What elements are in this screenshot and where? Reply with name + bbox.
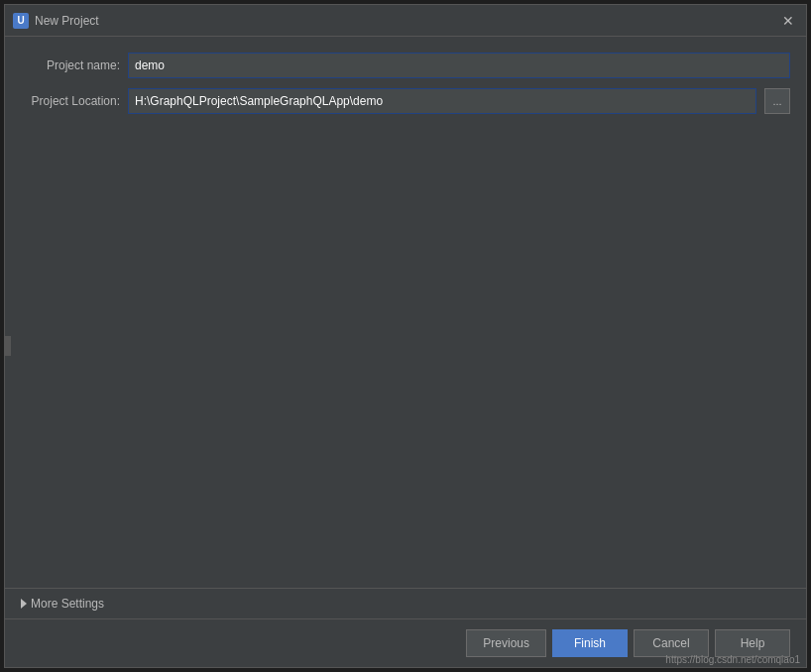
finish-button[interactable]: Finish xyxy=(552,629,628,657)
footer: Previous Finish Cancel Help https://blog… xyxy=(5,618,806,667)
close-button[interactable]: ✕ xyxy=(778,11,798,31)
project-name-label: Project name: xyxy=(21,58,120,72)
more-settings-toggle[interactable]: More Settings xyxy=(21,597,104,611)
main-area xyxy=(21,124,790,572)
previous-button[interactable]: Previous xyxy=(466,629,546,657)
new-project-dialog: U New Project ✕ Project name: Project Lo… xyxy=(4,4,807,668)
resize-handle[interactable] xyxy=(5,336,11,356)
browse-button[interactable]: ... xyxy=(764,88,790,114)
dialog-title: New Project xyxy=(35,14,99,28)
title-bar-left: U New Project xyxy=(13,13,99,29)
more-settings-arrow-icon xyxy=(21,599,27,609)
project-location-input[interactable] xyxy=(128,88,756,114)
dialog-content: Project name: Project Location: ... xyxy=(5,37,806,588)
watermark: https://blog.csdn.net/comqiao1 xyxy=(665,654,800,665)
project-location-row: Project Location: ... xyxy=(21,88,790,114)
title-bar: U New Project ✕ xyxy=(5,5,806,37)
project-name-input[interactable] xyxy=(128,53,790,78)
bottom-section: More Settings xyxy=(5,588,806,618)
more-settings-label: More Settings xyxy=(31,597,104,611)
app-icon: U xyxy=(13,13,29,29)
cancel-button[interactable]: Cancel xyxy=(634,629,709,657)
help-button[interactable]: Help xyxy=(715,629,790,657)
app-icon-letter: U xyxy=(17,15,24,26)
project-name-row: Project name: xyxy=(21,53,790,78)
project-location-label: Project Location: xyxy=(21,94,120,108)
